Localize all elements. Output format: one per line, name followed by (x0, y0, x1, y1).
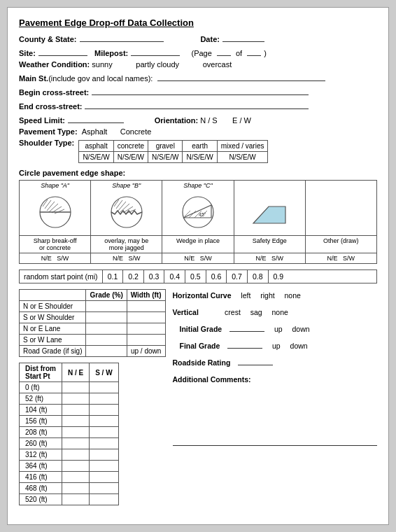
dist-364-sw[interactable] (90, 461, 118, 472)
other-draw-dir[interactable]: N/E S/W (305, 253, 376, 264)
shape-c-cell[interactable]: Shape "C" 45° (162, 181, 234, 236)
shape-c-dir[interactable]: N/E S/W (162, 253, 234, 264)
grade-sw-shoulder-width[interactable] (127, 312, 165, 323)
shoulder-earth[interactable]: earth (183, 141, 217, 152)
start-0.5[interactable]: 0.5 (185, 270, 206, 283)
safety-edge-img (236, 192, 304, 234)
weather-sunny[interactable]: sunny (92, 60, 112, 69)
end-cross-label: End cross-street: (19, 102, 82, 111)
safety-edge-svg (248, 194, 291, 232)
dist-520-sw[interactable] (90, 494, 118, 505)
other-draw-cell[interactable] (305, 181, 376, 236)
pavement-concrete[interactable]: Concrete (120, 127, 152, 136)
county-state-field[interactable] (80, 32, 164, 42)
grade-sw-lane-grade[interactable] (86, 335, 127, 346)
shape-b-img (92, 189, 160, 231)
vertical-crest[interactable]: crest (225, 306, 241, 320)
dist-52-sw[interactable] (90, 393, 118, 405)
weather-overcast[interactable]: overcast (203, 60, 232, 69)
end-cross-field[interactable] (85, 99, 309, 109)
dist-104-sw[interactable] (90, 405, 118, 416)
dist-312-sw[interactable] (90, 449, 118, 461)
dist-208-sw[interactable] (90, 427, 118, 438)
pavement-asphalt[interactable]: Asphalt (82, 127, 108, 136)
dist-260-ne[interactable] (62, 438, 89, 449)
site-field[interactable] (38, 46, 87, 56)
dist-260-sw[interactable] (90, 438, 118, 449)
dist-208-ne[interactable] (62, 427, 89, 438)
start-0.6[interactable]: 0.6 (206, 270, 227, 283)
shape-a-dir[interactable]: N/E S/W (20, 253, 91, 264)
initial-grade-up[interactable]: up (274, 323, 283, 337)
shoulder-dir-2[interactable]: N/S/E/W (113, 152, 148, 163)
safety-edge-cell[interactable] (234, 181, 305, 236)
shape-a-cell[interactable]: Shape "A" (20, 181, 91, 236)
grade-road-updown[interactable]: up / down (127, 346, 165, 357)
weather-partly-cloudy[interactable]: partly cloudy (136, 60, 179, 69)
additional-comments-field[interactable] (173, 390, 378, 446)
dist-104-ne[interactable] (62, 405, 89, 416)
vertical-none[interactable]: none (271, 306, 288, 320)
initial-grade-down[interactable]: down (292, 323, 309, 337)
shoulder-dir-5[interactable]: N/S/E/W (217, 152, 268, 163)
page-total-field[interactable] (247, 46, 261, 56)
roadside-rating-field[interactable] (238, 356, 273, 365)
horizontal-none[interactable]: none (285, 289, 301, 303)
start-0.3[interactable]: 0.3 (144, 270, 165, 283)
start-0.4[interactable]: 0.4 (164, 270, 185, 283)
dist-0-ne[interactable] (62, 382, 89, 393)
grade-road-grade-val[interactable] (86, 346, 127, 357)
start-0.9[interactable]: 0.9 (269, 270, 289, 283)
dist-156-sw[interactable] (90, 416, 118, 427)
shoulder-dir-3[interactable]: N/S/E/W (148, 152, 183, 163)
grade-ne-lane-grade[interactable] (86, 323, 127, 335)
safety-edge-dir[interactable]: N/E S/W (234, 253, 305, 264)
orientation-ns[interactable]: N / S (200, 116, 217, 125)
dist-364-ne[interactable] (62, 461, 89, 472)
dist-416-sw[interactable] (90, 472, 118, 483)
start-0.1[interactable]: 0.1 (103, 270, 124, 283)
horizontal-right[interactable]: right (260, 289, 274, 303)
dist-52-ne[interactable] (62, 393, 89, 405)
milepost-label: Milepost: (94, 49, 128, 57)
speed-limit-field[interactable] (68, 113, 124, 123)
start-0.8[interactable]: 0.8 (248, 270, 269, 283)
shoulder-asphalt[interactable]: asphalt (79, 141, 113, 152)
start-0.2[interactable]: 0.2 (123, 270, 144, 283)
page-num-field[interactable] (217, 46, 231, 56)
main-st-field[interactable] (157, 71, 325, 81)
initial-grade-field[interactable] (229, 323, 264, 332)
dist-416-ne[interactable] (62, 472, 89, 483)
final-grade-up[interactable]: up (272, 340, 281, 354)
shoulder-dir-4[interactable]: N/S/E/W (183, 152, 217, 163)
dist-468-sw[interactable] (90, 483, 118, 494)
begin-cross-field[interactable] (92, 85, 309, 95)
shape-b-dir[interactable]: N/E S/W (91, 253, 162, 264)
date-field[interactable] (222, 32, 264, 42)
grade-ne-shoulder-width[interactable] (127, 301, 165, 312)
dist-468-ne[interactable] (62, 483, 89, 494)
dist-312-ne[interactable] (62, 449, 89, 461)
final-grade-down[interactable]: down (290, 340, 308, 354)
grade-sw-lane-width[interactable] (127, 335, 165, 346)
shape-b-cell[interactable]: Shape "B" (91, 181, 162, 236)
shoulder-gravel[interactable]: gravel (148, 141, 183, 152)
horizontal-left[interactable]: left (241, 289, 250, 303)
grade-ne-shoulder-grade[interactable] (86, 301, 127, 312)
dist-0-sw[interactable] (90, 382, 118, 393)
svg-line-18 (189, 211, 196, 218)
grade-ne-lane-width[interactable] (127, 323, 165, 335)
shoulder-mixed[interactable]: mixed / varies (217, 141, 268, 152)
start-0.7[interactable]: 0.7 (227, 270, 248, 283)
shapes-table: Shape "A" (19, 180, 377, 264)
dist-520-ne[interactable] (62, 494, 89, 505)
final-grade-field[interactable] (227, 340, 262, 349)
shoulder-dir-1[interactable]: N/S/E/W (79, 152, 113, 163)
orientation-ew[interactable]: E / W (232, 116, 251, 125)
milepost-field[interactable] (131, 46, 180, 56)
shape-a-img (21, 189, 89, 231)
dist-156-ne[interactable] (62, 416, 89, 427)
grade-sw-shoulder-grade[interactable] (86, 312, 127, 323)
vertical-sag[interactable]: sag (250, 306, 262, 320)
shoulder-concrete[interactable]: concrete (113, 141, 148, 152)
